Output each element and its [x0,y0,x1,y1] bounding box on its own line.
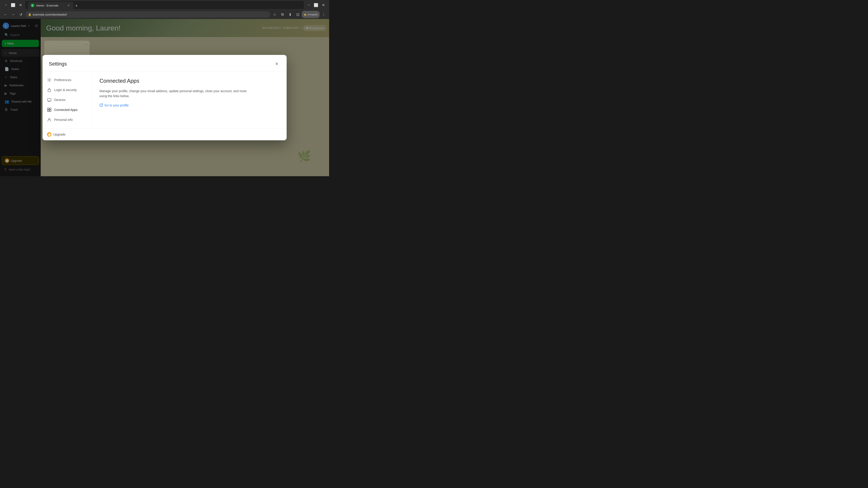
upgrade-settings-label: Upgrade [53,133,66,136]
back-button[interactable]: ← [2,11,9,18]
personal-info-icon [47,118,52,122]
address-bar[interactable]: 🔒 evernote.com/client/web#/ [25,11,270,18]
forward-button[interactable]: → [9,11,17,18]
settings-content: Connected Apps Manage your profile, chan… [92,71,287,128]
preferences-label: Preferences [54,78,71,82]
tab-close-button[interactable]: ✕ [66,3,70,7]
external-link-icon [99,103,103,107]
omnibox-bar: ← → ↺ 🔒 evernote.com/client/web#/ ☆ ⧉ ⬇ … [0,10,329,19]
connected-apps-label: Connected Apps [54,108,78,111]
upgrade-coin-icon: ⬤ [47,132,52,137]
window-controls: − ⬜ ✕ [3,2,24,8]
svg-rect-6 [50,110,51,111]
minimize-btn[interactable]: − [306,2,312,8]
split-button[interactable]: ⊡ [294,11,301,18]
close-button[interactable]: ✕ [17,2,24,8]
settings-nav-login-security[interactable]: Login & security [42,85,92,95]
minimize-button[interactable]: − [3,2,9,8]
upgrade-settings-button[interactable]: ⬤ Upgrade [47,132,282,137]
login-security-label: Login & security [54,88,77,92]
svg-rect-1 [48,90,51,92]
modal-overlay[interactable]: Settings ✕ Preferences [0,19,329,176]
settings-nav-devices[interactable]: Devices [42,95,92,105]
active-tab[interactable]: E Home - Evernote ✕ [28,2,73,9]
login-security-icon [47,88,52,92]
section-description: Manage your profile, change your email a… [99,89,253,99]
svg-rect-3 [48,108,49,109]
nav-buttons: ← → ↺ [2,11,24,18]
settings-nav-connected-apps[interactable]: Connected Apps [42,105,92,115]
browser-menu-button[interactable]: ⋮ [320,11,327,18]
title-bar: − ⬜ ✕ E Home - Evernote ✕ + − ⬜ ✕ [0,0,329,10]
section-title: Connected Apps [99,78,279,84]
bookmark-button[interactable]: ☆ [271,11,278,18]
extensions-button[interactable]: ⧉ [279,11,286,18]
browser-chrome: − ⬜ ✕ E Home - Evernote ✕ + − ⬜ ✕ ← → ↺ … [0,0,329,19]
svg-rect-4 [50,108,51,109]
svg-point-0 [49,79,50,80]
settings-nav-personal-info[interactable]: Personal info [42,115,92,125]
svg-rect-5 [48,110,49,111]
tab-favicon: E [31,4,34,7]
profile-link-text: Go to your profile [104,103,129,107]
go-to-profile-link[interactable]: Go to your profile [99,103,279,107]
incognito-badge: 🕵 Incognito [302,11,320,18]
restore-btn[interactable]: ⬜ [313,2,319,8]
personal-info-label: Personal info [54,118,73,122]
svg-rect-2 [48,98,51,101]
settings-modal: Settings ✕ Preferences [42,55,287,140]
preferences-icon [47,78,52,82]
devices-icon [47,98,52,102]
download-button[interactable]: ⬇ [286,11,293,18]
settings-header: Settings ✕ [42,55,287,71]
close-btn[interactable]: ✕ [320,2,327,8]
settings-title: Settings [49,61,67,67]
devices-label: Devices [54,98,66,102]
reload-button[interactable]: ↺ [17,11,24,18]
connected-apps-icon [47,107,52,112]
new-tab-button[interactable]: + [73,3,80,9]
maximize-button[interactable]: ⬜ [10,2,16,8]
settings-nav: Preferences Login & security [42,71,92,128]
tab-bar: E Home - Evernote ✕ + [25,1,304,9]
app-area: L Lauren Deli ▼ ⚙ 🔍 Search + New ⌂ Home … [0,19,329,176]
browser-action-buttons: ☆ ⧉ ⬇ ⊡ 🕵 Incognito ⋮ [271,11,327,18]
tab-title: Home - Evernote [36,4,58,7]
url-text: evernote.com/client/web#/ [33,13,67,16]
settings-footer: ⬤ Upgrade [42,128,287,140]
settings-nav-preferences[interactable]: Preferences [42,75,92,85]
settings-body: Preferences Login & security [42,71,287,128]
settings-close-button[interactable]: ✕ [273,60,280,68]
window-action-buttons: − ⬜ ✕ [306,2,327,8]
